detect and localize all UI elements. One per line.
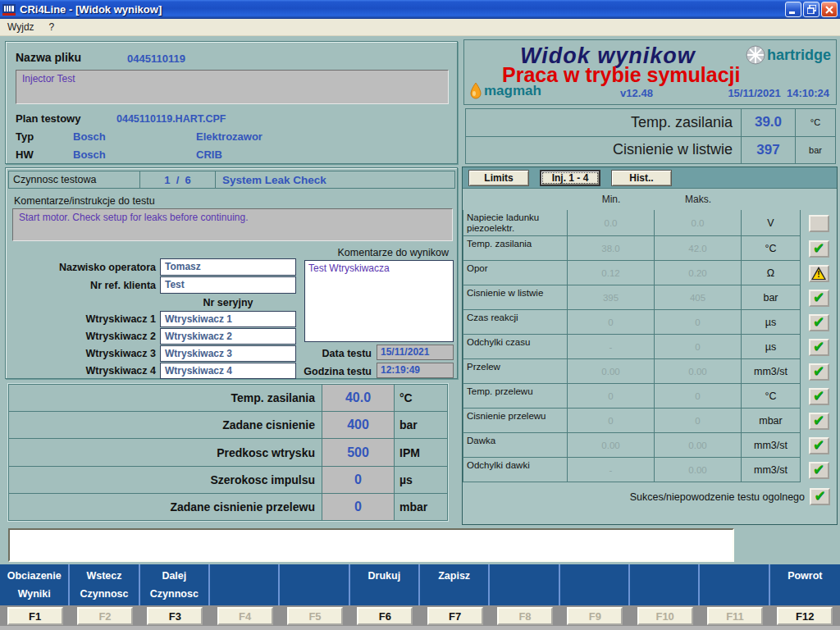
injector-row: Wtryskiwacz 2 Wtryskiwacz 2 (6, 328, 296, 345)
operator-field[interactable]: Tomasz (160, 258, 296, 276)
result-status-button[interactable]: ✔ ! (809, 363, 829, 381)
hw-value-2: CRIB (196, 148, 222, 161)
function-key-button[interactable]: F4 (217, 607, 273, 625)
pass-check-icon: ✔ (813, 389, 824, 403)
close-button[interactable] (821, 2, 838, 17)
test-step-strip: Czynnosc testowa 1 / 6 System Leak Check (8, 171, 455, 189)
warning-triangle-icon: ! (810, 267, 827, 281)
result-row: Opor 0.12 0.20 Ω ✔ ! (463, 261, 837, 285)
result-min-value: 0.00 (568, 359, 655, 384)
result-unit: mm3/st (742, 433, 801, 458)
serial-number-label: Nr seryjny (160, 297, 296, 308)
result-status-button[interactable]: ✔ ! (809, 290, 829, 307)
type-value: Bosch (73, 130, 106, 143)
result-min-value: 0 (568, 384, 655, 409)
injector-serial-field[interactable]: Wtryskiwacz 2 (160, 328, 296, 345)
function-key-button[interactable]: F3 (147, 607, 203, 625)
menu-item-help[interactable]: ? (42, 20, 62, 34)
menu-item-exit[interactable]: Wyjdz (0, 20, 42, 34)
result-min-value: 395 (568, 285, 655, 310)
result-name: Temp. przelewu (463, 384, 568, 409)
window-title: CRi4Line - [Widok wynikow] (20, 3, 783, 16)
result-unit: °C (742, 236, 801, 261)
version-label: v12.48 (587, 87, 686, 99)
minimize-button[interactable] (785, 2, 801, 17)
setpoint-value: 40.0 (322, 385, 395, 411)
restore-button[interactable] (803, 2, 819, 17)
live-value: 39.0 (742, 109, 796, 136)
result-unit: µs (742, 335, 801, 359)
live-value-label: Temp. zasilania (466, 109, 742, 136)
setpoint-unit: µs (395, 467, 447, 493)
result-name: Opor (463, 261, 568, 285)
function-key-label (210, 564, 280, 605)
result-row: Odchylki czasu - 0 µs ✔ ! (463, 335, 837, 359)
overall-status-button[interactable]: ✔ ! (810, 488, 830, 505)
result-status-button[interactable]: ✔ ! (809, 413, 829, 430)
result-unit: Ω (742, 261, 801, 285)
pass-check-icon: ✔ (813, 463, 824, 477)
function-key-cell: F8 (490, 564, 559, 630)
function-key-button[interactable]: F2 (77, 607, 133, 625)
function-key-label (700, 564, 769, 605)
function-key-button[interactable]: F11 (707, 607, 763, 625)
results-tab-button[interactable]: Hist.. (611, 170, 672, 186)
injector-serial-field[interactable]: Wtryskiwacz 1 (160, 311, 296, 327)
client-ref-field[interactable]: Test (160, 276, 296, 294)
function-key-button[interactable]: F8 (497, 607, 553, 625)
result-max-value: 0.0 (655, 210, 742, 236)
result-status-button[interactable]: ✔ ! (809, 265, 829, 282)
result-status-button[interactable]: ✔ ! (809, 462, 829, 479)
setpoint-row: Zadane cisnienie 400 bar (9, 412, 447, 439)
live-value-row: Cisnienie w listwie 397 bar (466, 137, 835, 164)
results-tab-button[interactable]: Limits (468, 170, 529, 186)
function-key-label: Wstecz Czynnosc (70, 564, 139, 605)
result-row: Napiecie ladunku piezoelektr. 0.0 0.0 V … (463, 210, 837, 236)
result-row: Cisnienie przelewu 0 0 mbar ✔ ! (463, 409, 837, 433)
setpoint-row: Szerokosc impulsu 0 µs (9, 467, 447, 494)
function-key-button[interactable]: F5 (287, 607, 343, 625)
function-key-button[interactable]: F10 (637, 607, 693, 625)
pass-check-icon: ✔ (814, 489, 825, 503)
setpoint-row: Predkosc wtrysku 500 IPM (9, 439, 447, 466)
function-key-button[interactable]: F9 (567, 607, 623, 625)
result-status-button[interactable]: ✔ ! (809, 314, 829, 331)
app-icon (2, 3, 16, 16)
function-key-button[interactable]: F12 (777, 607, 833, 625)
result-status-button[interactable]: ✔ ! (809, 215, 829, 232)
test-comments-label: Komentarze/instrukcje do testu (14, 195, 155, 207)
result-status-button[interactable]: ✔ ! (809, 388, 829, 405)
function-key-cell: Powrot F12 (770, 564, 840, 630)
result-name: Temp. zasilania (463, 236, 568, 261)
function-key-label: Obciazenie Wyniki (0, 564, 70, 605)
result-max-value: 0.20 (655, 261, 742, 285)
test-date-label: Data testu (252, 348, 372, 359)
result-min-value: - (568, 335, 655, 359)
result-name: Dawka (463, 433, 568, 458)
results-comments-label: Komentarze do wynikow (338, 247, 449, 258)
results-comments-box[interactable]: Test Wtryskiwacza (304, 260, 454, 342)
live-value-unit: bar (796, 137, 835, 164)
result-status-button[interactable]: ✔ ! (809, 240, 829, 258)
function-key-cell: Wstecz Czynnosc F2 (70, 564, 139, 630)
injector-label: Wtryskiwacz 3 (6, 348, 156, 359)
function-key-label: Powrot (770, 564, 840, 605)
function-key-button[interactable]: F6 (357, 607, 413, 625)
setpoint-value: 0 (322, 467, 395, 493)
results-tab-button[interactable]: Inj. 1 - 4 (540, 170, 600, 186)
result-min-value: 0.00 (568, 433, 655, 458)
function-key-button[interactable]: F7 (427, 607, 483, 625)
result-name: Czas reakcji (463, 310, 568, 335)
live-value-unit: °C (796, 109, 835, 136)
limits-table: Napiecie ladunku piezoelektr. 0.0 0.0 V … (463, 210, 837, 482)
result-status-button[interactable]: ✔ ! (809, 339, 829, 356)
function-key-cell: F4 (210, 564, 280, 630)
limits-header-row: Min. Maks. (463, 189, 837, 210)
result-max-value: 405 (655, 285, 742, 310)
result-status-button[interactable]: ✔ ! (809, 437, 829, 454)
function-key-button[interactable]: F1 (7, 607, 63, 625)
overall-result-row: Sukces/niepowodzenie testu ogolnego ✔ ! (463, 482, 837, 505)
function-key-cell: F11 (700, 564, 769, 630)
message-box (8, 528, 734, 562)
test-time-label: Godzina testu (252, 366, 372, 377)
